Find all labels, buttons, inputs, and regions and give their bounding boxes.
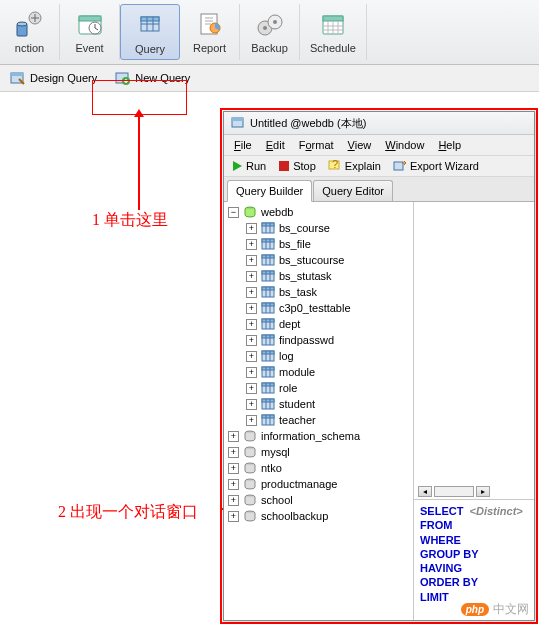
tree-db-item[interactable]: +school xyxy=(226,492,411,508)
tree-expand-icon[interactable]: + xyxy=(246,303,257,314)
table-icon xyxy=(260,333,276,347)
tree-db-item[interactable]: +productmanage xyxy=(226,476,411,492)
query-dialog: Untitled @webdb (本地) File Edit Format Vi… xyxy=(223,111,535,621)
tree-label: information_schema xyxy=(261,430,360,442)
sql-orderby: ORDER BY xyxy=(420,575,528,589)
design-query-button[interactable]: Design Query xyxy=(6,68,101,88)
tree-expand-icon[interactable]: + xyxy=(228,431,239,442)
table-icon xyxy=(260,253,276,267)
tree-label: module xyxy=(279,366,315,378)
tree-expand-icon[interactable]: + xyxy=(246,255,257,266)
table-icon xyxy=(260,397,276,411)
svg-rect-52 xyxy=(262,287,274,290)
menu-view[interactable]: View xyxy=(342,137,378,153)
menu-edit[interactable]: Edit xyxy=(260,137,291,153)
tree-table-item[interactable]: +student xyxy=(226,396,411,412)
menu-format[interactable]: Format xyxy=(293,137,340,153)
dialog-title-icon xyxy=(230,115,246,131)
tree-expand-icon[interactable]: + xyxy=(246,335,257,346)
svg-rect-64 xyxy=(262,335,274,338)
toolbar-query[interactable]: Query xyxy=(120,4,180,60)
tree-table-item[interactable]: +module xyxy=(226,364,411,380)
toolbar-schedule[interactable]: Schedule xyxy=(300,4,367,60)
dialog-toolbar: Run Stop ? Explain Export Wizard xyxy=(224,156,534,177)
tree-label: c3p0_testtable xyxy=(279,302,351,314)
tree-expand-icon[interactable]: + xyxy=(246,319,257,330)
tree-expand-icon[interactable]: + xyxy=(246,367,257,378)
tree-expand-icon[interactable]: + xyxy=(228,495,239,506)
menu-file[interactable]: File xyxy=(228,137,258,153)
tree-toggle-icon[interactable]: − xyxy=(228,207,239,218)
explain-icon: ? xyxy=(328,160,342,172)
tree-expand-icon[interactable]: + xyxy=(246,223,257,234)
tree-table-item[interactable]: +log xyxy=(226,348,411,364)
database-icon xyxy=(242,509,258,523)
svg-rect-60 xyxy=(262,319,274,322)
tree-db-item[interactable]: +information_schema xyxy=(226,428,411,444)
export-wizard-button[interactable]: Export Wizard xyxy=(390,159,482,173)
dialog-body: − webdb +bs_course+bs_file+bs_stucourse+… xyxy=(224,202,534,620)
design-query-label: Design Query xyxy=(30,72,97,84)
tree-expand-icon[interactable]: + xyxy=(228,511,239,522)
annotation-text-2: 2 出现一个对话窗口 xyxy=(58,502,198,523)
stop-button[interactable]: Stop xyxy=(275,159,319,173)
tree-label: bs_task xyxy=(279,286,317,298)
tree-expand-icon[interactable]: + xyxy=(246,383,257,394)
svg-rect-36 xyxy=(262,223,274,226)
tree-expand-icon[interactable]: + xyxy=(246,271,257,282)
dialog-titlebar[interactable]: Untitled @webdb (本地) xyxy=(224,112,534,135)
sql-where: WHERE xyxy=(420,533,528,547)
tree-db-item[interactable]: +mysql xyxy=(226,444,411,460)
explain-button[interactable]: ? Explain xyxy=(325,159,384,173)
tree-table-item[interactable]: +teacher xyxy=(226,412,411,428)
tree-table-item[interactable]: +bs_stutask xyxy=(226,268,411,284)
tree-scroll[interactable]: − webdb +bs_course+bs_file+bs_stucourse+… xyxy=(224,202,413,620)
query-icon xyxy=(134,9,166,41)
tree-table-item[interactable]: +role xyxy=(226,380,411,396)
tree-expand-icon[interactable]: + xyxy=(246,287,257,298)
toolbar-schedule-label: Schedule xyxy=(310,42,356,54)
tab-query-builder[interactable]: Query Builder xyxy=(227,180,312,202)
dialog-tabs: Query Builder Query Editor xyxy=(224,177,534,202)
tree-table-item[interactable]: +dept xyxy=(226,316,411,332)
svg-rect-44 xyxy=(262,255,274,258)
query-canvas[interactable]: ◂ ▸ xyxy=(414,202,534,500)
tree-expand-icon[interactable]: + xyxy=(246,399,257,410)
toolbar-event[interactable]: Event xyxy=(60,4,120,60)
dialog-title-text: Untitled @webdb (本地) xyxy=(250,116,366,131)
tree-table-item[interactable]: +bs_course xyxy=(226,220,411,236)
table-icon xyxy=(260,237,276,251)
tree-expand-icon[interactable]: + xyxy=(228,463,239,474)
menu-window[interactable]: Window xyxy=(379,137,430,153)
tree-table-item[interactable]: +bs_task xyxy=(226,284,411,300)
tab-query-editor[interactable]: Query Editor xyxy=(313,180,393,201)
run-button[interactable]: Run xyxy=(228,159,269,173)
tree-db-item[interactable]: +ntko xyxy=(226,460,411,476)
toolbar-function[interactable]: nction xyxy=(0,4,60,60)
main-toolbar: nction Event Query Report Backup Schedul… xyxy=(0,0,539,65)
backup-icon xyxy=(254,8,286,40)
tree-expand-icon[interactable]: + xyxy=(246,239,257,250)
svg-rect-7 xyxy=(141,17,159,21)
db-tree: − webdb +bs_course+bs_file+bs_stucourse+… xyxy=(224,202,413,526)
tree-expand-icon[interactable]: + xyxy=(228,479,239,490)
toolbar-report[interactable]: Report xyxy=(180,4,240,60)
tree-table-item[interactable]: +c3p0_testtable xyxy=(226,300,411,316)
scroll-left-button[interactable]: ◂ xyxy=(418,486,432,497)
scroll-track[interactable] xyxy=(434,486,474,497)
tree-db-item[interactable]: +schoolbackup xyxy=(226,508,411,524)
tree-table-item[interactable]: +bs_stucourse xyxy=(226,252,411,268)
tree-expand-icon[interactable]: + xyxy=(246,351,257,362)
tree-db-webdb[interactable]: − webdb xyxy=(226,204,411,220)
menu-help[interactable]: Help xyxy=(432,137,467,153)
tree-expand-icon[interactable]: + xyxy=(228,447,239,458)
tree-table-item[interactable]: +findpasswd xyxy=(226,332,411,348)
stop-icon xyxy=(278,160,290,172)
tree-table-item[interactable]: +bs_file xyxy=(226,236,411,252)
tree-expand-icon[interactable]: + xyxy=(246,415,257,426)
new-query-button[interactable]: New Query xyxy=(111,68,194,88)
scroll-right-button[interactable]: ▸ xyxy=(476,486,490,497)
event-icon xyxy=(74,8,106,40)
table-icon xyxy=(260,269,276,283)
toolbar-backup[interactable]: Backup xyxy=(240,4,300,60)
